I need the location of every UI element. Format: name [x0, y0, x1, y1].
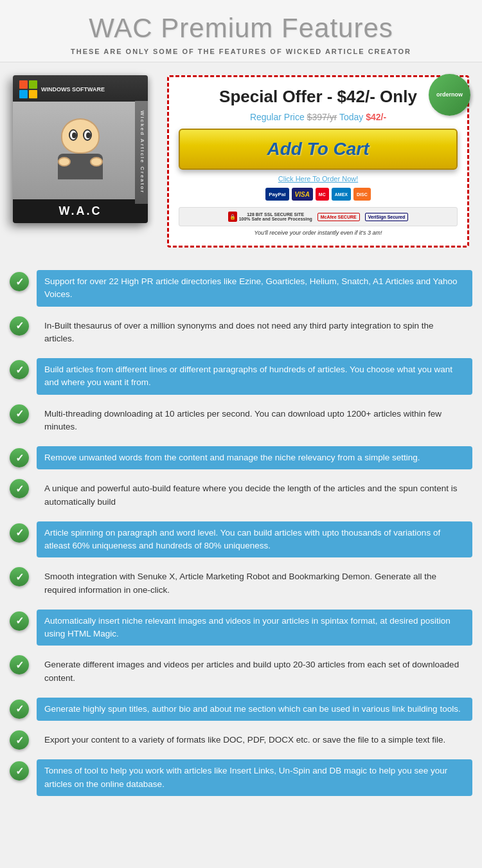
- software-label: WINDOWS SOFTWARE: [41, 86, 105, 93]
- check-icon: [10, 316, 29, 336]
- check-icon: [10, 448, 29, 467]
- product-section: WINDOWS SOFTWARE: [0, 62, 482, 260]
- feature-text: Smooth integration with Senuke X, Articl…: [37, 565, 472, 602]
- feature-item: Support for over 22 High PR article dire…: [10, 270, 472, 307]
- check-icon: [10, 611, 29, 631]
- char-hand-left: [58, 157, 71, 167]
- feature-text: Support for over 22 High PR article dire…: [37, 270, 472, 307]
- ssl-text: 128 BIT SSL SECURE SITE 100% Safe and Se…: [239, 212, 312, 221]
- char-hand-right: [90, 157, 103, 167]
- instant-delivery: You'll receive your order instantly even…: [179, 230, 458, 236]
- feature-text: Remove unwanted words from the content a…: [37, 446, 472, 469]
- offer-box: order now Special Offer - $42/- Only Reg…: [167, 75, 469, 248]
- security-bar: 🔒 128 BIT SSL SECURE SITE 100% Safe and …: [179, 207, 458, 226]
- feature-text: Export your content to a variety of form…: [37, 728, 472, 752]
- feature-item: Article spinning on paragraph and word l…: [10, 521, 472, 558]
- feature-item: Smooth integration with Senuke X, Articl…: [10, 565, 472, 602]
- char-hands: [58, 157, 103, 167]
- char-body: [58, 154, 103, 179]
- check-icon: [10, 761, 29, 781]
- check-icon: [10, 404, 29, 424]
- check-icon: [10, 655, 29, 674]
- feature-item: In-Built thesaurus of over a million syn…: [10, 314, 472, 351]
- today-price: $42/-: [366, 112, 386, 122]
- offer-title: Special Offer - $42/- Only: [179, 87, 458, 107]
- amex-icon: AMEX: [332, 188, 351, 201]
- offer-regular-price: Regular Price $397/yr Today $42/-: [179, 112, 458, 122]
- mcafee-badge: McAfee SECURE: [317, 213, 360, 221]
- page-title: WAC Premium Features: [6, 13, 476, 44]
- char-head: [61, 118, 100, 154]
- feature-text: Build articles from different lines or d…: [37, 358, 472, 395]
- software-bottom-label: W.A.C: [13, 199, 148, 223]
- check-icon: [10, 479, 29, 498]
- feature-text: Multi-threading downloading at 10 articl…: [37, 402, 472, 439]
- cartoon-character: [51, 118, 109, 183]
- feature-item: Automatically insert niche relevant imag…: [10, 610, 472, 646]
- discover-icon: DISC: [353, 188, 371, 201]
- feature-text: Automatically insert niche relevant imag…: [37, 610, 472, 646]
- verisign-badge: VeriSign Secured: [365, 213, 409, 221]
- feature-text: A unique and powerful auto-build feature…: [37, 477, 472, 514]
- side-text: Wicked Article Creator: [139, 111, 145, 194]
- feature-item: Generate highly spun titles, author bio …: [10, 698, 472, 721]
- feature-item: Tonnes of tool to help you work with art…: [10, 759, 472, 796]
- check-icon: [10, 360, 29, 379]
- feature-text: Article spinning on paragraph and word l…: [37, 521, 472, 558]
- windows-logo-icon: [19, 80, 37, 98]
- check-icon: [10, 272, 29, 291]
- box-side-label: Wicked Article Creator: [135, 101, 148, 204]
- feature-text: Tonnes of tool to help you work with art…: [37, 759, 472, 796]
- lock-icon: 🔒: [228, 212, 237, 222]
- mastercard-icon: MC: [316, 188, 329, 201]
- paypal-icon: PayPal: [265, 188, 289, 201]
- check-icon: [10, 700, 29, 719]
- ssl-badge: 🔒 128 BIT SSL SECURE SITE 100% Safe and …: [228, 212, 312, 222]
- visa-icon: VISA: [292, 188, 313, 201]
- click-here-order-link[interactable]: Click Here To Order Now!: [179, 175, 458, 183]
- feature-item: A unique and powerful auto-build feature…: [10, 477, 472, 514]
- feature-item: Remove unwanted words from the content a…: [10, 446, 472, 469]
- char-eye-right: [83, 129, 92, 141]
- feature-text: Generate highly spun titles, author bio …: [37, 698, 472, 721]
- page-wrapper: WAC Premium Features THESE ARE ONLY SOME…: [0, 0, 482, 868]
- feature-item: Export your content to a variety of form…: [10, 728, 472, 752]
- feature-item: Generate different images and videos per…: [10, 653, 472, 690]
- check-icon: [10, 523, 29, 543]
- software-box-top: WINDOWS SOFTWARE: [13, 75, 148, 102]
- software-box: WINDOWS SOFTWARE: [13, 75, 148, 223]
- feature-text: In-Built thesaurus of over a million syn…: [37, 314, 472, 351]
- feature-item: Multi-threading downloading at 10 articl…: [10, 402, 472, 439]
- check-icon: [10, 567, 29, 586]
- features-section: Support for over 22 High PR article dire…: [0, 260, 482, 813]
- strikethrough-price: $397/yr: [307, 112, 337, 122]
- order-now-badge: order now: [429, 74, 470, 116]
- feature-text: Generate different images and videos per…: [37, 653, 472, 690]
- product-image: WINDOWS SOFTWARE: [13, 75, 154, 223]
- add-to-cart-button[interactable]: Add To Cart: [179, 129, 458, 170]
- check-icon: [10, 730, 29, 750]
- software-box-body: [13, 102, 148, 199]
- header-subtitle: THESE ARE ONLY SOME OF THE FEATURES OF W…: [6, 48, 476, 55]
- header: WAC Premium Features THESE ARE ONLY SOME…: [0, 0, 482, 62]
- feature-item: Build articles from different lines or d…: [10, 358, 472, 395]
- payment-icons: PayPal VISA MC AMEX DISC: [179, 188, 458, 201]
- char-eye-left: [69, 129, 78, 141]
